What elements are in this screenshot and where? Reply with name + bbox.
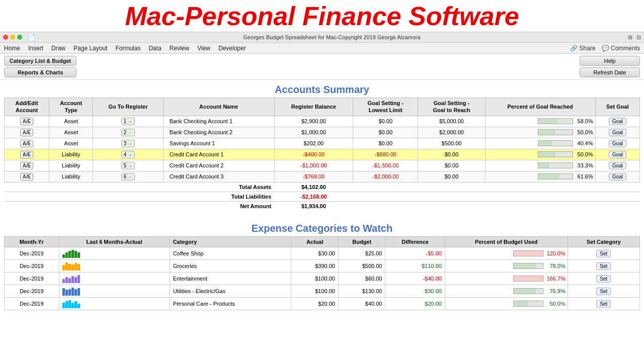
- goal-pct-1: 50.0%: [575, 129, 593, 135]
- header-register-balance: Register Balance: [274, 98, 353, 116]
- ae-button-4[interactable]: A/E: [20, 162, 34, 169]
- exp-bar-container-4: 50.0%: [448, 301, 566, 307]
- expense-categories-title: Expense Categories to Watch: [4, 219, 640, 236]
- goal-button-0[interactable]: Goal: [609, 118, 626, 125]
- goal-pct-4: 33.3%: [575, 162, 593, 168]
- total-assets-row: Total Assets $4,102.00: [5, 182, 640, 192]
- arrow-icon-1: →: [127, 130, 132, 135]
- net-amount-value: $1,934.00: [274, 201, 353, 211]
- goal-button-4[interactable]: Goal: [609, 162, 626, 169]
- goal-button-1[interactable]: Goal: [609, 129, 626, 136]
- arrow-icon-0: →: [127, 119, 132, 124]
- mini-bar: [62, 265, 65, 270]
- total-assets-value: $4,102.00: [274, 182, 353, 192]
- exp-bar-wrap-4: [513, 301, 543, 307]
- goal-button-2[interactable]: Goal: [609, 140, 626, 147]
- register-button-5[interactable]: 6 →: [121, 173, 135, 180]
- goal-bar-fill-3: [538, 152, 555, 157]
- goal-bar-fill-4: [538, 163, 550, 168]
- goal-button-3[interactable]: Goal: [609, 151, 626, 158]
- difference-2: -$40.00: [385, 273, 445, 285]
- reports-charts-button[interactable]: Reports & Charts: [4, 67, 76, 77]
- goal-bar-2: 40.4%: [489, 140, 593, 146]
- mini-bar: [68, 264, 71, 270]
- ae-button-2[interactable]: A/E: [20, 140, 34, 147]
- comments-button[interactable]: 💬 Comments: [602, 45, 640, 52]
- budget-4: $40.00: [338, 298, 385, 310]
- header-set-category: Set Category: [568, 236, 639, 247]
- refresh-date-button[interactable]: Refresh Date: [580, 67, 640, 77]
- menu-developer[interactable]: Developer: [218, 45, 246, 52]
- actual-0: $30.00: [291, 247, 338, 260]
- mini-bar: [65, 262, 68, 270]
- actual-2: $100.00: [291, 273, 338, 285]
- register-button-2[interactable]: 3 →: [121, 140, 135, 147]
- register-button-3[interactable]: 4 →: [121, 151, 135, 158]
- budget-1: $500.00: [338, 260, 385, 273]
- register-button-0[interactable]: 1 →: [121, 118, 135, 125]
- accounts-summary-section: Accounts Summary Add/EditAccount Account…: [0, 80, 644, 211]
- share-button[interactable]: 🔗 Share: [570, 45, 595, 52]
- mini-chart-0: [59, 247, 170, 260]
- goal-bar-1: 50.0%: [489, 129, 593, 135]
- menu-page-layout[interactable]: Page Layout: [73, 45, 107, 52]
- ae-button-1[interactable]: A/E: [20, 129, 34, 136]
- header-category: Category: [170, 236, 291, 247]
- set-category-button-4[interactable]: Set: [596, 300, 611, 308]
- exp-bar-fill-3: [514, 289, 536, 294]
- goal-bar-fill-1: [538, 130, 555, 135]
- table-row: A/E Liability 4 → Credit Card Account 1 …: [5, 149, 640, 160]
- window-chrome: 📄 Georges Budget Spreadsheet for Mac-Cop…: [0, 32, 644, 43]
- reg-num-4: 5: [124, 163, 127, 168]
- menu-insert[interactable]: Insert: [28, 45, 43, 52]
- accounts-summary-title: Accounts Summary: [4, 80, 640, 98]
- lowest-0: $0.00: [353, 116, 418, 127]
- menu-home[interactable]: Home: [4, 45, 20, 52]
- account-type-4: Liability: [49, 160, 93, 171]
- mini-bar: [74, 251, 77, 258]
- mini-bar: [65, 290, 68, 296]
- reach-0: $5,000.00: [418, 116, 485, 127]
- set-category-button-3[interactable]: Set: [596, 288, 611, 295]
- account-name-2: Savings Account 1: [163, 138, 274, 149]
- reach-2: $500.00: [418, 138, 485, 149]
- menu-review[interactable]: Review: [170, 45, 189, 52]
- ae-button-0[interactable]: A/E: [20, 118, 34, 125]
- menu-draw[interactable]: Draw: [51, 45, 65, 52]
- menu-right: 🔗 Share 💬 Comments: [570, 45, 640, 52]
- goal-bar-5: 61.6%: [489, 173, 593, 179]
- net-amount-label: Net Amount: [5, 201, 275, 211]
- goal-button-5[interactable]: Goal: [609, 173, 626, 180]
- table-row: Dec-2019 Utilities - Electric/Gas $100.0…: [5, 285, 640, 298]
- accounts-table-header: Add/EditAccount AccountType Go To Regist…: [5, 98, 640, 116]
- help-button[interactable]: Help: [580, 56, 640, 66]
- ae-button-3[interactable]: A/E: [20, 151, 34, 158]
- mini-bar: [71, 264, 74, 270]
- month-yr-1: Dec-2019: [5, 260, 59, 273]
- set-category-button-1[interactable]: Set: [596, 262, 611, 270]
- toolbar: Category List & Budget Reports & Charts …: [0, 54, 644, 80]
- close-button[interactable]: [3, 35, 8, 40]
- goal-bar-0: 58.0%: [489, 118, 593, 124]
- balance-2: $202.00: [274, 138, 353, 149]
- exp-bar-wrap-0: [513, 250, 543, 256]
- maximize-button[interactable]: [17, 35, 22, 40]
- category-list-budget-button[interactable]: Category List & Budget: [4, 56, 76, 66]
- window-icon-2: ⊟: [636, 34, 641, 41]
- minimize-button[interactable]: [10, 35, 15, 40]
- register-button-4[interactable]: 5 →: [121, 162, 135, 169]
- menu-data[interactable]: Data: [148, 45, 161, 52]
- goal-bar-fill-2: [538, 141, 552, 146]
- goal-bar-4: 33.3%: [489, 162, 593, 168]
- reg-num-2: 3: [124, 141, 127, 146]
- set-category-button-0[interactable]: Set: [596, 250, 611, 257]
- mini-chart-4: [59, 298, 170, 310]
- menu-view[interactable]: View: [197, 45, 210, 52]
- table-row: A/E Asset 2 → Bank Checking Account 2 $1…: [5, 127, 640, 138]
- menu-formulas[interactable]: Formulas: [115, 45, 140, 52]
- header-add-edit: Add/EditAccount: [5, 98, 49, 116]
- register-button-1[interactable]: 2 →: [121, 129, 135, 136]
- set-category-button-2[interactable]: Set: [596, 275, 611, 283]
- mini-bar: [77, 264, 80, 270]
- ae-button-5[interactable]: A/E: [20, 173, 34, 180]
